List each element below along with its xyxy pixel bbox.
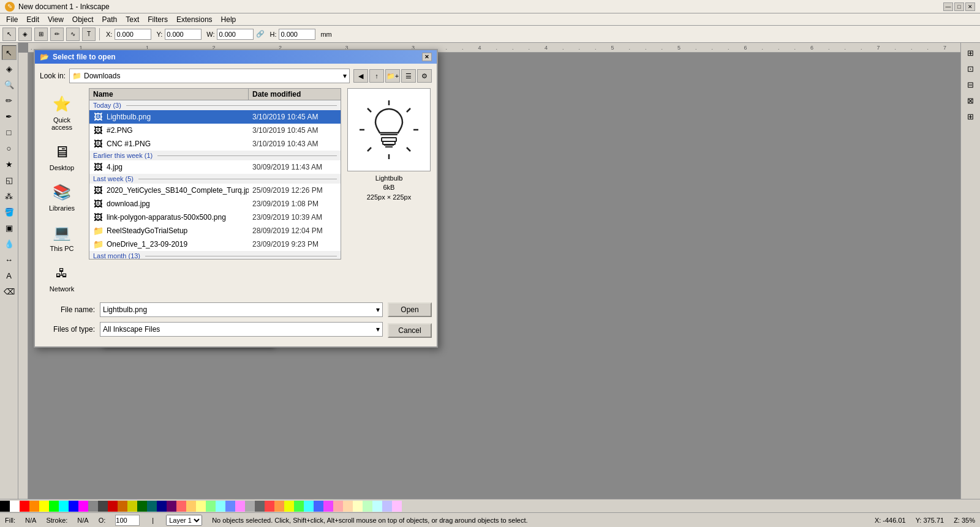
nav-desktop-label: Desktop — [50, 164, 74, 171]
file-row-4jpg[interactable]: 🖼 4.jpg 30/09/2019 11:43 AM — [89, 160, 341, 174]
file-icon-4jpg: 🖼 — [92, 161, 104, 173]
file-row-lightbulb[interactable]: 🖼 Lightbulb.png 3/10/2019 10:45 AM — [89, 110, 341, 124]
look-in-select[interactable]: 📁 Downloads ▾ — [69, 69, 350, 83]
file-name-lightbulb: Lightbulb.png — [104, 112, 249, 122]
preview-info: Lightbulb 6kB 225px × 225px — [367, 174, 411, 202]
file-name-onedrive: OneDrive_1_23-09-2019 — [104, 239, 249, 249]
file-icon-link: 🖼 — [92, 211, 104, 223]
file-row-download[interactable]: 🖼 download.jpg 23/09/2019 1:08 PM — [89, 197, 341, 211]
file-name-value: Lightbulb.png — [103, 305, 376, 314]
network-icon: 🖧 — [51, 262, 73, 284]
look-in-value: Downloads — [84, 72, 343, 80]
cancel-button-container: Cancel — [388, 321, 432, 338]
file-row-reel[interactable]: 📁 ReelSteadyGoTrialSetup 28/09/2019 12:0… — [89, 224, 341, 237]
file-name-input[interactable]: Lightbulb.png ▾ — [100, 302, 383, 317]
dropdown-arrow-icon: ▾ — [343, 72, 347, 80]
dialog-nav-panel: ⭐ Quick access 🖥 Desktop 📚 Libraries 💻 T… — [40, 88, 84, 297]
dialog-title: Select file to open — [53, 53, 116, 61]
preview-size: 6kB — [367, 183, 411, 192]
file-date-onedrive: 23/09/2019 9:23 PM — [249, 239, 341, 249]
file-icon-2png: 🖼 — [92, 124, 104, 136]
column-date: Date modified — [249, 89, 341, 100]
file-icon-reel: 📁 — [92, 225, 104, 237]
nav-quick-access-label: Quick access — [45, 116, 79, 131]
file-icon-download: 🖼 — [92, 198, 104, 210]
file-icon-onedrive: 📁 — [92, 238, 104, 250]
file-row-onedrive[interactable]: 📁 OneDrive_1_23-09-2019 23/09/2019 9:23 … — [89, 237, 341, 251]
file-type-value: All Inkscape Files — [103, 325, 376, 334]
dialog-bottom: File name: Lightbulb.png ▾ Open Files of… — [40, 302, 432, 338]
tools-button[interactable]: ⚙ — [417, 69, 432, 83]
filetype-dropdown-icon: ▾ — [376, 325, 380, 334]
group-earlier-week: Earlier this week (1) — [89, 151, 341, 160]
lightbulb-preview-image — [358, 99, 420, 160]
file-name-download: download.jpg — [104, 199, 249, 209]
file-date-reel: 28/09/2019 12:04 PM — [249, 226, 341, 236]
filename-dropdown-icon: ▾ — [376, 305, 380, 314]
look-in-label: Look in: — [40, 72, 66, 80]
file-icon-cnc: 🖼 — [92, 138, 104, 150]
file-name-link: link-polygon-apparatus-500x500.png — [104, 212, 249, 222]
file-type-label: Files of type: — [40, 325, 95, 334]
group-last-month: Last month (13) — [89, 251, 341, 260]
file-list-header: Name Date modified — [89, 89, 341, 100]
open-button[interactable]: Open — [388, 302, 432, 317]
dialog-close-button[interactable]: ✕ — [422, 53, 432, 61]
up-button[interactable]: ↑ — [369, 69, 384, 83]
new-folder-button[interactable]: 📁+ — [385, 69, 400, 83]
nav-desktop[interactable]: 🖥 Desktop — [42, 138, 81, 174]
file-name-yeti: 2020_YetiCycles_SB140_Complete_Turq.jpg — [104, 185, 249, 195]
file-list[interactable]: Name Date modified Today (3) 🖼 Lightbulb… — [89, 88, 341, 260]
file-name-cnc: CNC #1.PNG — [104, 139, 249, 149]
nav-network-label: Network — [50, 285, 74, 293]
libraries-icon: 📚 — [51, 181, 73, 203]
dialog-main-content: ⭐ Quick access 🖥 Desktop 📚 Libraries 💻 T… — [40, 88, 432, 297]
nav-this-pc-label: This PC — [50, 245, 74, 252]
file-date-link: 23/09/2019 10:39 AM — [249, 212, 341, 222]
preview-box — [347, 88, 431, 171]
svg-rect-11 — [383, 141, 395, 144]
group-today: Today (3) — [89, 100, 341, 110]
file-name-4jpg: 4.jpg — [104, 162, 249, 172]
file-date-4jpg: 30/09/2019 11:43 AM — [249, 162, 341, 172]
back-button[interactable]: ◀ — [353, 69, 368, 83]
dialog-overlay: 📂 Select file to open ✕ Look in: 📁 Downl… — [0, 0, 980, 527]
preview-dimensions: 225px × 225px — [367, 193, 411, 202]
file-date-lightbulb: 3/10/2019 10:45 AM — [249, 112, 341, 122]
cancel-button[interactable]: Cancel — [388, 323, 432, 338]
open-file-dialog: 📂 Select file to open ✕ Look in: 📁 Downl… — [34, 49, 438, 348]
look-in-row: Look in: 📁 Downloads ▾ ◀ ↑ 📁+ ☰ ⚙ — [40, 69, 432, 83]
quick-access-icon: ⭐ — [51, 93, 73, 115]
file-type-row: Files of type: All Inkscape Files ▾ Canc… — [40, 321, 432, 338]
column-name: Name — [89, 89, 249, 100]
nav-libraries[interactable]: 📚 Libraries — [42, 179, 81, 214]
dialog-body: Look in: 📁 Downloads ▾ ◀ ↑ 📁+ ☰ ⚙ — [35, 64, 437, 346]
file-date-download: 23/09/2019 1:08 PM — [249, 199, 341, 209]
dialog-title-bar: 📂 Select file to open ✕ — [35, 50, 437, 64]
desktop-icon: 🖥 — [51, 141, 73, 163]
file-icon-lightbulb: 🖼 — [92, 111, 104, 123]
preview-panel: Lightbulb 6kB 225px × 225px — [346, 88, 432, 297]
svg-line-6 — [368, 148, 371, 151]
file-type-select[interactable]: All Inkscape Files ▾ — [100, 322, 383, 337]
file-date-cnc: 3/10/2019 10:43 AM — [249, 139, 341, 149]
group-last-week: Last week (5) — [89, 174, 341, 184]
file-name-label: File name: — [40, 305, 95, 314]
file-date-2png: 3/10/2019 10:45 AM — [249, 125, 341, 135]
nav-buttons: ◀ ↑ 📁+ ☰ ⚙ — [353, 69, 432, 83]
view-button[interactable]: ☰ — [401, 69, 416, 83]
nav-quick-access[interactable]: ⭐ Quick access — [42, 91, 81, 133]
file-row-cnc[interactable]: 🖼 CNC #1.PNG 3/10/2019 10:43 AM — [89, 137, 341, 151]
file-icon-yeti: 🖼 — [92, 184, 104, 196]
file-row-link[interactable]: 🖼 link-polygon-apparatus-500x500.png 23/… — [89, 211, 341, 224]
file-row-2png[interactable]: 🖼 #2.PNG 3/10/2019 10:45 AM — [89, 124, 341, 137]
action-buttons: Open — [388, 302, 432, 317]
file-name-reel: ReelSteadyGoTrialSetup — [104, 226, 249, 236]
svg-line-5 — [407, 108, 410, 112]
nav-this-pc[interactable]: 💻 This PC — [42, 219, 81, 255]
nav-network[interactable]: 🖧 Network — [42, 260, 81, 295]
nav-libraries-label: Libraries — [49, 204, 75, 212]
folder-icon: 📁 — [72, 72, 81, 80]
file-row-yeti[interactable]: 🖼 2020_YetiCycles_SB140_Complete_Turq.jp… — [89, 184, 341, 197]
preview-name: Lightbulb — [367, 174, 411, 183]
